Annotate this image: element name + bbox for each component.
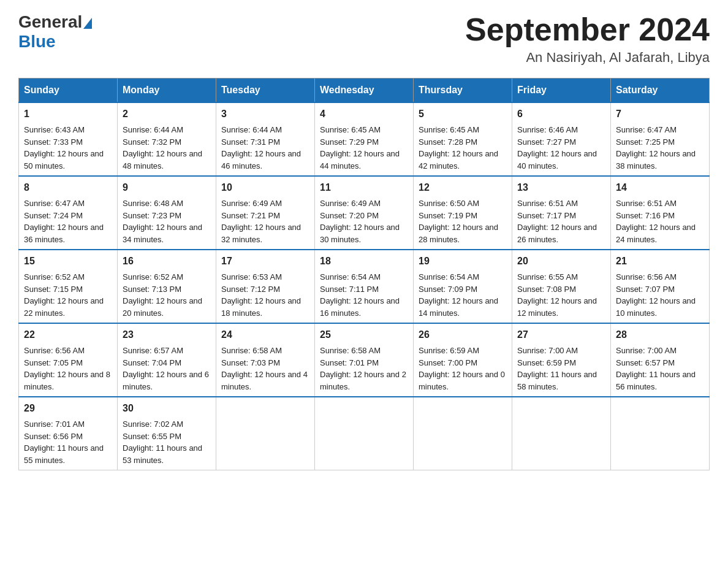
day-cell-21: 21 Sunrise: 6:56 AMSunset: 7:07 PMDaylig… <box>611 250 710 323</box>
day-number: 10 <box>221 180 309 195</box>
day-number: 8 <box>24 180 112 195</box>
location-subtitle: An Nasiriyah, Al Jafarah, Libya <box>465 50 710 66</box>
day-cell-14: 14 Sunrise: 6:51 AMSunset: 7:16 PMDaylig… <box>611 176 710 250</box>
table-row: 8 Sunrise: 6:47 AMSunset: 7:24 PMDayligh… <box>19 176 710 250</box>
day-cell-26: 26 Sunrise: 6:59 AMSunset: 7:00 PMDaylig… <box>414 323 512 397</box>
col-friday: Friday <box>512 79 611 103</box>
day-number: 18 <box>320 254 408 269</box>
day-number: 23 <box>123 327 211 342</box>
day-number: 15 <box>24 254 112 269</box>
calendar-header-row: Sunday Monday Tuesday Wednesday Thursday… <box>19 79 710 103</box>
day-number: 12 <box>419 180 507 195</box>
day-cell-18: 18 Sunrise: 6:54 AMSunset: 7:11 PMDaylig… <box>315 250 414 323</box>
title-block: September 2024 An Nasiriyah, Al Jafarah,… <box>465 12 710 66</box>
day-number: 27 <box>517 327 605 342</box>
page-header: General Blue September 2024 An Nasiriyah… <box>18 12 710 66</box>
day-number: 9 <box>123 180 211 195</box>
table-row: 1 Sunrise: 6:43 AMSunset: 7:33 PMDayligh… <box>19 102 710 176</box>
day-cell-7: 7 Sunrise: 6:47 AMSunset: 7:25 PMDayligh… <box>611 102 710 176</box>
day-number: 5 <box>419 107 507 121</box>
col-saturday: Saturday <box>611 79 710 103</box>
day-cell-20: 20 Sunrise: 6:55 AMSunset: 7:08 PMDaylig… <box>512 250 611 323</box>
empty-cell-5 <box>611 397 710 470</box>
calendar-table: Sunday Monday Tuesday Wednesday Thursday… <box>18 78 710 470</box>
month-title: September 2024 <box>465 12 710 47</box>
day-cell-1: 1 Sunrise: 6:43 AMSunset: 7:33 PMDayligh… <box>19 102 118 176</box>
day-cell-11: 11 Sunrise: 6:49 AMSunset: 7:20 PMDaylig… <box>315 176 414 250</box>
day-number: 24 <box>221 327 309 342</box>
logo: General Blue <box>18 12 93 52</box>
day-number: 20 <box>517 254 605 269</box>
col-monday: Monday <box>118 79 216 103</box>
day-cell-3: 3 Sunrise: 6:44 AMSunset: 7:31 PMDayligh… <box>216 102 315 176</box>
logo-text: General <box>18 12 93 32</box>
day-cell-9: 9 Sunrise: 6:48 AMSunset: 7:23 PMDayligh… <box>118 176 216 250</box>
day-number: 21 <box>616 254 704 269</box>
day-cell-17: 17 Sunrise: 6:53 AMSunset: 7:12 PMDaylig… <box>216 250 315 323</box>
empty-cell-2 <box>315 397 414 470</box>
empty-cell-1 <box>216 397 315 470</box>
day-number: 2 <box>123 107 211 121</box>
empty-cell-3 <box>414 397 512 470</box>
col-tuesday: Tuesday <box>216 79 315 103</box>
day-cell-16: 16 Sunrise: 6:52 AMSunset: 7:13 PMDaylig… <box>118 250 216 323</box>
day-number: 22 <box>24 327 112 342</box>
col-thursday: Thursday <box>414 79 512 103</box>
day-cell-28: 28 Sunrise: 7:00 AMSunset: 6:57 PMDaylig… <box>611 323 710 397</box>
day-number: 13 <box>517 180 605 195</box>
day-cell-24: 24 Sunrise: 6:58 AMSunset: 7:03 PMDaylig… <box>216 323 315 397</box>
logo-triangle-icon <box>83 18 92 29</box>
day-number: 25 <box>320 327 408 342</box>
day-cell-13: 13 Sunrise: 6:51 AMSunset: 7:17 PMDaylig… <box>512 176 611 250</box>
day-number: 26 <box>419 327 507 342</box>
day-number: 1 <box>24 107 112 121</box>
day-number: 11 <box>320 180 408 195</box>
day-cell-5: 5 Sunrise: 6:45 AMSunset: 7:28 PMDayligh… <box>414 102 512 176</box>
day-number: 28 <box>616 327 704 342</box>
day-cell-12: 12 Sunrise: 6:50 AMSunset: 7:19 PMDaylig… <box>414 176 512 250</box>
day-cell-6: 6 Sunrise: 6:46 AMSunset: 7:27 PMDayligh… <box>512 102 611 176</box>
day-number: 3 <box>221 107 309 121</box>
table-row: 22 Sunrise: 6:56 AMSunset: 7:05 PMDaylig… <box>19 323 710 397</box>
day-cell-8: 8 Sunrise: 6:47 AMSunset: 7:24 PMDayligh… <box>19 176 118 250</box>
day-number: 14 <box>616 180 704 195</box>
day-cell-23: 23 Sunrise: 6:57 AMSunset: 7:04 PMDaylig… <box>118 323 216 397</box>
day-cell-10: 10 Sunrise: 6:49 AMSunset: 7:21 PMDaylig… <box>216 176 315 250</box>
day-cell-25: 25 Sunrise: 6:58 AMSunset: 7:01 PMDaylig… <box>315 323 414 397</box>
col-sunday: Sunday <box>19 79 118 103</box>
logo-general: General <box>18 12 82 32</box>
day-number: 17 <box>221 254 309 269</box>
table-row: 15 Sunrise: 6:52 AMSunset: 7:15 PMDaylig… <box>19 250 710 323</box>
day-number: 19 <box>419 254 507 269</box>
day-cell-27: 27 Sunrise: 7:00 AMSunset: 6:59 PMDaylig… <box>512 323 611 397</box>
empty-cell-4 <box>512 397 611 470</box>
day-cell-29: 29 Sunrise: 7:01 AMSunset: 6:56 PMDaylig… <box>19 397 118 470</box>
table-row: 29 Sunrise: 7:01 AMSunset: 6:56 PMDaylig… <box>19 397 710 470</box>
day-number: 4 <box>320 107 408 121</box>
day-cell-2: 2 Sunrise: 6:44 AMSunset: 7:32 PMDayligh… <box>118 102 216 176</box>
day-cell-19: 19 Sunrise: 6:54 AMSunset: 7:09 PMDaylig… <box>414 250 512 323</box>
day-number: 7 <box>616 107 704 121</box>
day-cell-22: 22 Sunrise: 6:56 AMSunset: 7:05 PMDaylig… <box>19 323 118 397</box>
day-number: 29 <box>24 401 112 416</box>
day-cell-30: 30 Sunrise: 7:02 AMSunset: 6:55 PMDaylig… <box>118 397 216 470</box>
day-number: 6 <box>517 107 605 121</box>
day-cell-4: 4 Sunrise: 6:45 AMSunset: 7:29 PMDayligh… <box>315 102 414 176</box>
logo-blue: Blue <box>18 32 56 52</box>
day-cell-15: 15 Sunrise: 6:52 AMSunset: 7:15 PMDaylig… <box>19 250 118 323</box>
day-number: 16 <box>123 254 211 269</box>
col-wednesday: Wednesday <box>315 79 414 103</box>
day-number: 30 <box>123 401 211 416</box>
